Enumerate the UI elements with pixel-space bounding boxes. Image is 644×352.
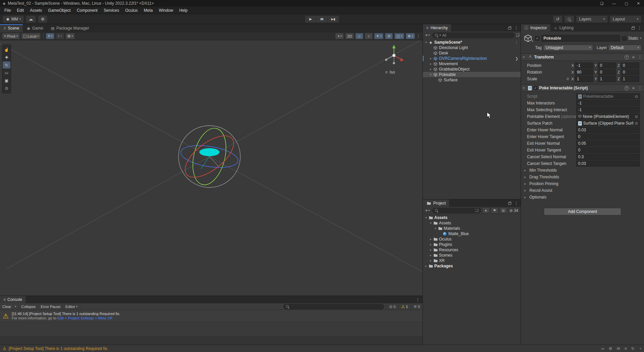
menu-gameobject[interactable]: GameObject bbox=[45, 7, 74, 14]
tab-project[interactable]: Project bbox=[423, 200, 449, 207]
cloud-services-button[interactable]: ☁ bbox=[26, 15, 36, 23]
gear-icon[interactable]: ⚙ bbox=[609, 347, 612, 351]
max-interactors-field[interactable]: -1 bbox=[576, 100, 640, 106]
view-hand-tool[interactable]: ☝ bbox=[3, 46, 10, 53]
cancel-select-tangent-field[interactable]: 0.03 bbox=[576, 161, 640, 167]
collapse-toggle[interactable]: Collapse bbox=[19, 303, 38, 310]
project-row-resources[interactable]: ▸ Resources bbox=[423, 247, 521, 253]
scene-effects-dropdown[interactable]: ✦ ▾ bbox=[374, 33, 384, 39]
object-picker-icon[interactable]: ⊙ bbox=[635, 115, 638, 119]
presets-icon[interactable]: ≑ bbox=[632, 55, 635, 59]
scale-x-field[interactable]: 1 bbox=[575, 76, 593, 82]
hierarchy-row-directional-light[interactable]: Directional Light bbox=[423, 45, 521, 50]
tab-console[interactable]: ≡ Console bbox=[0, 296, 26, 303]
hierarchy-row-grabbable-object[interactable]: ▸ GrabbableObject bbox=[423, 67, 521, 72]
scale-link-icon[interactable]: ⊘ bbox=[565, 77, 570, 81]
hierarchy-options-button[interactable]: ⋮ bbox=[514, 26, 518, 30]
project-options-button[interactable]: ⋮ bbox=[514, 201, 518, 205]
min-thresholds-foldout[interactable]: ▸ Min Thresholds bbox=[521, 167, 644, 174]
tab-package-manager[interactable]: ▤ Package Manager bbox=[47, 24, 93, 32]
camera-overlay-dropdown[interactable]: ◫ ▾ bbox=[394, 33, 404, 39]
meta-link-icon[interactable]: ∞ bbox=[601, 347, 604, 351]
foldout-open-icon[interactable]: ▾ bbox=[424, 216, 428, 219]
foldout-closed-icon[interactable]: ▸ bbox=[429, 238, 433, 241]
handle-rotation-dropdown[interactable]: ▢ Local ▾ bbox=[21, 33, 41, 39]
error-count-toggle[interactable]: ⊗ 0 bbox=[411, 303, 422, 310]
undo-history-button[interactable]: ↺ bbox=[553, 15, 562, 23]
tab-game[interactable]: ◉ Game bbox=[23, 24, 47, 32]
position-y-field[interactable]: 0 bbox=[598, 62, 616, 69]
foldout-closed-icon[interactable]: ▸ bbox=[424, 265, 428, 268]
project-row-materials[interactable]: ▾ Materials bbox=[423, 226, 521, 231]
gizmos-dropdown[interactable]: ⊕ ▾ bbox=[406, 33, 415, 39]
rotation-y-field[interactable]: 0 bbox=[598, 69, 616, 75]
create-object-dropdown[interactable]: + ▾ bbox=[424, 33, 431, 37]
mail-icon[interactable]: ✉ bbox=[617, 347, 620, 351]
dock-window-icon[interactable]: ❏ bbox=[600, 2, 604, 5]
minimize-button[interactable]: — bbox=[612, 2, 616, 5]
clear-button[interactable]: Clear bbox=[0, 303, 12, 310]
menu-file[interactable]: File bbox=[1, 7, 14, 14]
console-options-button[interactable]: ⋮ bbox=[416, 298, 422, 302]
console-warning-entry[interactable]: ⚠ [11:46:14] [Project Setup Tool] There … bbox=[0, 310, 422, 322]
hierarchy-row-pokeable[interactable]: ▾ Pokeable bbox=[423, 72, 521, 77]
object-picker-icon[interactable]: ⊙ bbox=[635, 122, 638, 125]
cancel-select-normal-field[interactable]: 0.3 bbox=[576, 154, 640, 160]
active-checkbox[interactable]: ✓ bbox=[535, 36, 539, 41]
foldout-open-icon[interactable]: ▾ bbox=[433, 227, 438, 230]
foldout-closed-icon[interactable]: ▸ bbox=[429, 259, 433, 262]
tab-inspector[interactable]: ⓘ Inspector bbox=[521, 24, 550, 32]
layout-dropdown[interactable]: Layout ▾ bbox=[610, 15, 641, 23]
open-in-search-icon[interactable]: ❏ bbox=[475, 209, 479, 212]
2d-view-toggle[interactable]: 2D bbox=[345, 33, 354, 39]
foldout-open-icon[interactable]: ▾ bbox=[429, 73, 433, 76]
hierarchy-row-movement[interactable]: ▸ Movement bbox=[423, 61, 521, 67]
recoil-assist-foldout[interactable]: ▸ Recoil Assist bbox=[521, 187, 644, 194]
tag-dropdown[interactable]: Untagged ▾ bbox=[543, 45, 593, 51]
scene-viewport[interactable]: ☝ ✚ ↻ ▭ ▣ ⊙ ≡ Iso bbox=[0, 40, 422, 296]
project-row-assets-sub[interactable]: ▾ Assets bbox=[423, 220, 521, 226]
open-new-window-icon[interactable]: ❏ bbox=[516, 33, 519, 37]
lock-icon[interactable] bbox=[508, 203, 511, 205]
scene-lighting-toggle[interactable]: ☼ bbox=[355, 33, 363, 39]
help-icon[interactable]: ? bbox=[625, 55, 629, 59]
surface-patch-field[interactable]: # Surface (Clipped Plane Surface) ⊙ bbox=[576, 120, 640, 126]
tab-lighting[interactable]: ☼ Lighting bbox=[550, 24, 577, 32]
pivot-mode-dropdown[interactable]: ⌖ Pivot ▾ bbox=[2, 33, 20, 39]
add-component-button[interactable]: Add Component bbox=[544, 208, 621, 215]
info-count-toggle[interactable]: ◍ 0 bbox=[386, 303, 398, 310]
project-row-packages[interactable]: ▸ Packages bbox=[423, 263, 521, 269]
account-dropdown[interactable]: ☻ MM ▾ bbox=[3, 15, 24, 23]
search-by-type-button[interactable]: ♦ bbox=[482, 208, 490, 213]
play-button[interactable]: ▶ bbox=[305, 15, 316, 23]
hierarchy-row-scene[interactable]: ▾ ◈ SampleScene* ⋮ bbox=[423, 40, 521, 45]
menu-window[interactable]: Window bbox=[156, 7, 176, 14]
rotation-z-field[interactable]: 0 bbox=[621, 69, 639, 75]
foldout-open-icon[interactable]: ▾ bbox=[429, 222, 433, 225]
snap-settings-dropdown[interactable]: ⊞ ▾ bbox=[66, 33, 75, 39]
hierarchy-row-desk[interactable]: Desk bbox=[423, 50, 521, 56]
search-button[interactable] bbox=[564, 15, 574, 23]
exit-hover-tangent-field[interactable]: 0 bbox=[576, 147, 640, 153]
menu-assets[interactable]: Assets bbox=[27, 7, 45, 14]
menu-services[interactable]: Services bbox=[100, 7, 122, 14]
enter-hover-tangent-field[interactable]: 0 bbox=[576, 134, 640, 140]
menu-component[interactable]: Component bbox=[74, 7, 100, 14]
version-control-button[interactable]: ⚙ bbox=[38, 15, 48, 23]
position-x-field[interactable]: -1 bbox=[575, 62, 593, 69]
clear-dropdown[interactable]: ▾ bbox=[12, 303, 19, 310]
menu-meta[interactable]: Meta bbox=[141, 7, 156, 14]
project-row-scenes[interactable]: ▸ Scenes bbox=[423, 253, 521, 258]
hierarchy-search-input[interactable]: ▾ All bbox=[432, 33, 515, 38]
foldout-closed-icon[interactable]: ▸ bbox=[429, 254, 433, 257]
foldout-open-icon[interactable]: ▾ bbox=[523, 87, 526, 90]
project-row-oculus[interactable]: ▸ Oculus bbox=[423, 236, 521, 242]
foldout-closed-icon[interactable]: ▸ bbox=[429, 68, 433, 71]
chevron-down-icon[interactable]: ▾ bbox=[640, 37, 641, 40]
foldout-open-icon[interactable]: ▾ bbox=[424, 41, 428, 44]
project-row-matte-blue[interactable]: Matte_Blue bbox=[423, 231, 521, 236]
hierarchy-row-ovr-camera-rig[interactable]: ▸ OVRCameraRigInteraction ❯ bbox=[423, 56, 521, 61]
custom-tool[interactable]: ⊙ bbox=[3, 85, 10, 92]
position-pinning-foldout[interactable]: ▸ Position Pinning bbox=[521, 180, 644, 187]
position-z-field[interactable]: 0 bbox=[621, 62, 639, 69]
